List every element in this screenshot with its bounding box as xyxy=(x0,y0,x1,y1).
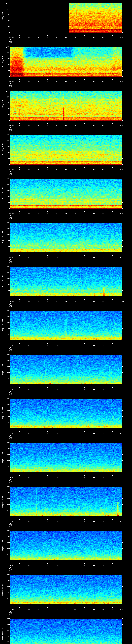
x-tick-label: 15 xyxy=(34,257,43,258)
y-tick-label: 600 xyxy=(2,630,10,631)
y-tick-label: 1000 xyxy=(2,618,10,620)
y-tick-label: 800 xyxy=(2,492,10,494)
x-tick-label: 20 xyxy=(43,257,52,258)
x-tick-label: 50 xyxy=(98,564,108,566)
x-tick-label: 25 xyxy=(52,388,61,390)
spectrogram-panel-111100: Frequency (Hz) 1000800600400200051015202… xyxy=(0,308,132,352)
y-tick-label: 800 xyxy=(2,404,10,406)
y-tick-label: 600 xyxy=(2,102,10,104)
x-tick-label: 50 xyxy=(98,37,108,39)
y-tick-label: 200 xyxy=(2,641,10,643)
x-tick-label: 30 xyxy=(61,476,71,478)
x-tick-label: 30 xyxy=(61,520,71,522)
x-tick-label: 35 xyxy=(71,125,80,126)
start-time-label: 11:15:00 xyxy=(1,520,20,522)
spectrogram-panel-110900: Frequency (Hz) 1000800600400200051015202… xyxy=(0,220,132,264)
y-tick-label: 1000 xyxy=(2,354,10,356)
x-tick-label: 10 xyxy=(24,301,34,302)
y-axis-title: Frequency (Hz) xyxy=(2,272,4,292)
spectrogram-panel-111700: Frequency (Hz) 1000800600400200051015202… xyxy=(0,572,132,616)
x-tick-label: 25 xyxy=(52,125,61,126)
x-tick-label: 25 xyxy=(52,169,61,170)
x-tick-label: 20 xyxy=(43,520,52,522)
x-tick-label: 50 xyxy=(98,520,108,522)
x-tick-label: 20 xyxy=(43,564,52,566)
y-tick-label: 200 xyxy=(2,597,10,599)
x-tick-label: 30 xyxy=(61,213,71,214)
x-tick-label: 50 xyxy=(98,608,108,610)
date-label: 2015 xyxy=(1,42,20,44)
x-tick-label: 40 xyxy=(80,169,89,170)
end-time-label: 15:00 xyxy=(112,476,131,478)
date-label: 2015 xyxy=(1,130,20,132)
y-tick-label: 200 xyxy=(2,553,10,555)
x-tick-label: 30 xyxy=(61,301,71,302)
y-tick-label: 1000 xyxy=(2,486,10,488)
x-tick-label: 15 xyxy=(34,213,43,214)
y-tick-label: 200 xyxy=(2,70,10,71)
x-tick-label: 25 xyxy=(52,608,61,610)
y-tick-label: 800 xyxy=(2,184,10,186)
x-tick-label: 30 xyxy=(61,433,71,434)
y-axis-title: Frequency (Hz) xyxy=(2,8,4,28)
x-tick-label: 30 xyxy=(61,81,71,82)
y-tick-label: 400 xyxy=(2,20,10,22)
x-tick-label: 45 xyxy=(89,608,98,610)
x-tick-label: 15 xyxy=(34,433,43,434)
y-tick-label: 800 xyxy=(2,272,10,274)
date-label: 2015 xyxy=(1,86,20,88)
end-time-label: 5:00 xyxy=(112,37,131,39)
x-tick-label: 20 xyxy=(43,81,52,82)
y-axis-title: Frequency (Hz) xyxy=(2,359,4,380)
x-tick-label: 20 xyxy=(43,301,52,302)
y-axis-title: Frequency (Hz) xyxy=(2,140,4,160)
x-tick-label: 45 xyxy=(89,345,98,346)
x-tick-label: 20 xyxy=(43,213,52,214)
start-time-label: 11:07:00 xyxy=(1,169,20,170)
x-tick-label: 45 xyxy=(89,169,98,170)
x-tick-label: 35 xyxy=(71,37,80,39)
x-tick-label: 45 xyxy=(89,37,98,39)
x-tick-label: 25 xyxy=(52,433,61,434)
y-tick-label: 0 xyxy=(2,120,10,121)
x-tick-label: 40 xyxy=(80,125,89,126)
spectrogram-canvas xyxy=(0,616,132,644)
y-tick-label: 1000 xyxy=(2,398,10,400)
end-time-label: 13:00 xyxy=(112,388,131,390)
x-tick-label: 50 xyxy=(98,81,108,82)
spectrogram-panel-110400: Frequency (Hz) 1000800600400200051015202… xyxy=(0,0,132,44)
x-tick-label: 35 xyxy=(71,213,80,214)
spectrogram-panel-111000: Frequency (Hz) 1000800600400200051015202… xyxy=(0,264,132,308)
y-tick-label: 800 xyxy=(2,96,10,98)
start-time-label: 11:10:00 xyxy=(1,301,20,302)
y-tick-label: 600 xyxy=(2,454,10,455)
x-tick-label: 15 xyxy=(34,169,43,170)
y-axis-title: Frequency (Hz) xyxy=(2,96,4,116)
y-tick-label: 600 xyxy=(2,410,10,412)
y-tick-label: 800 xyxy=(2,316,10,318)
y-tick-label: 600 xyxy=(2,234,10,236)
y-tick-label: 400 xyxy=(2,108,10,110)
end-time-label: 6:00 xyxy=(112,81,131,82)
y-tick-label: 0 xyxy=(2,383,10,385)
y-tick-label: 600 xyxy=(2,146,10,148)
x-tick-label: 10 xyxy=(24,520,34,522)
y-tick-label: 400 xyxy=(2,284,10,286)
end-time-label: 12:00 xyxy=(112,345,131,346)
y-tick-label: 200 xyxy=(2,202,10,203)
y-tick-label: 800 xyxy=(2,448,10,450)
spectrogram-panel-111800: Frequency (Hz) 1000800600400200051015202… xyxy=(0,616,132,644)
x-tick-label: 20 xyxy=(43,37,52,39)
y-tick-label: 0 xyxy=(2,340,10,341)
x-tick-label: 25 xyxy=(52,345,61,346)
y-tick-label: 0 xyxy=(2,559,10,561)
x-tick-label: 45 xyxy=(89,520,98,522)
start-time-label: 11:11:00 xyxy=(1,345,20,346)
x-tick-label: 15 xyxy=(34,608,43,610)
x-tick-label: 25 xyxy=(52,81,61,82)
x-tick-label: 50 xyxy=(98,125,108,126)
x-tick-label: 30 xyxy=(61,388,71,390)
x-tick-label: 50 xyxy=(98,301,108,302)
spectrogram-panel-111400: Frequency (Hz) 1000800600400200051015202… xyxy=(0,440,132,484)
y-tick-label: 800 xyxy=(2,624,10,625)
